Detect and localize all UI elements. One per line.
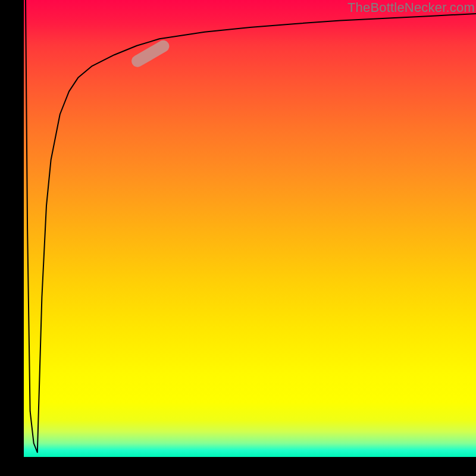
- plot-area: TheBottleNecker.com: [24, 0, 476, 457]
- highlight-marker: [129, 38, 171, 69]
- x-axis-bar: [0, 457, 476, 476]
- watermark-text: TheBottleNecker.com: [346, 0, 476, 15]
- data-curve: [26, 0, 476, 452]
- curve-layer: [24, 0, 476, 457]
- chart-container: TheBottleNecker.com: [0, 0, 476, 476]
- y-axis-bar: [0, 0, 24, 457]
